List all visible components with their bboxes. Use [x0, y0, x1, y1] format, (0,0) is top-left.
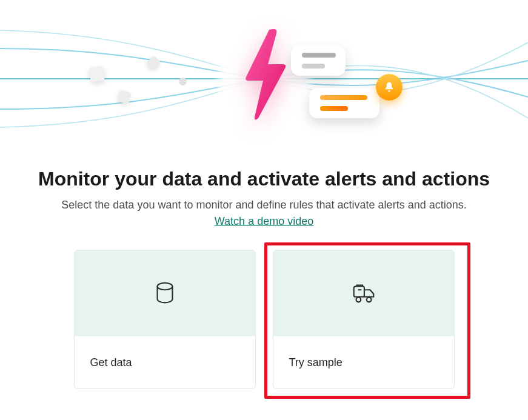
deco-square	[89, 65, 105, 82]
page-subtext: Select the data you want to monitor and …	[38, 199, 490, 212]
intro-text: Monitor your data and activate alerts an…	[26, 168, 502, 228]
deco-dot	[179, 78, 187, 85]
card-icon-area	[273, 250, 454, 336]
try-sample-card[interactable]: Try sample	[273, 250, 455, 389]
svg-point-0	[157, 283, 172, 290]
option-cards: Get data Try sample	[74, 250, 455, 389]
notification-card-accent	[309, 88, 379, 118]
notification-card	[291, 45, 346, 76]
page-container: Monitor your data and activate alerts an…	[0, 0, 528, 389]
hero-illustration	[0, 0, 528, 148]
get-data-card[interactable]: Get data	[74, 250, 256, 389]
card-label: Get data	[75, 336, 255, 388]
svg-point-3	[366, 298, 371, 302]
card-icon-area	[75, 250, 255, 336]
page-heading: Monitor your data and activate alerts an…	[38, 168, 490, 190]
database-icon	[151, 279, 179, 307]
watch-demo-link[interactable]: Watch a demo video	[215, 215, 313, 228]
svg-point-2	[356, 298, 361, 302]
delivery-truck-icon	[350, 279, 378, 307]
card-label: Try sample	[273, 336, 454, 388]
bell-icon	[376, 74, 403, 101]
svg-rect-1	[353, 287, 364, 297]
